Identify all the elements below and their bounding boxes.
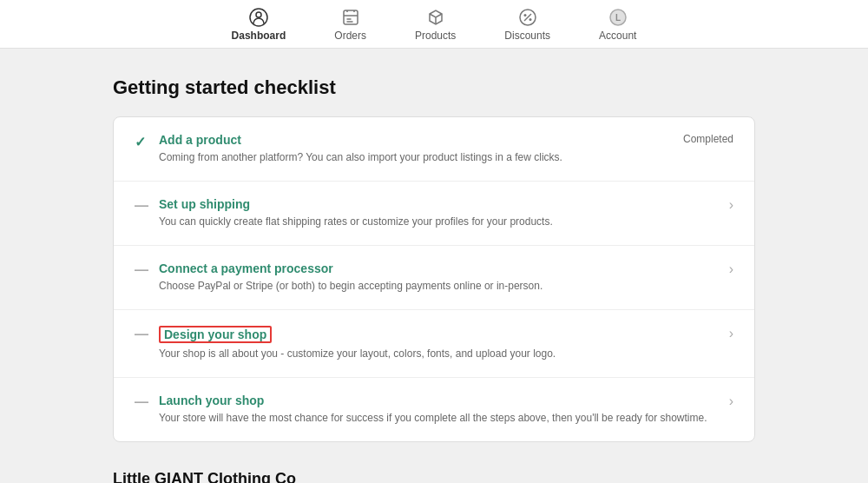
nav-label-account: Account [599,30,636,42]
checklist-item-launch[interactable]: — Launch your shop Your store will have … [114,378,754,441]
section-title: Getting started checklist [113,76,755,99]
item-title-shipping: Set up shipping [159,197,712,211]
item-desc-shipping: You can quickly create flat shipping rat… [159,214,712,229]
item-right-design: › [726,326,733,341]
nav-label-discounts: Discounts [504,30,550,42]
item-right-payment: › [726,261,733,277]
nav-label-products: Products [415,30,456,42]
dash-icon: — [135,394,148,410]
nav-label-orders: Orders [334,30,366,42]
orders-icon [340,7,361,28]
item-title-add-product: Add a product [159,133,669,147]
item-desc-launch: Your store will have the most chance for… [159,410,712,426]
item-content-launch: Launch your shop Your store will have th… [159,394,712,426]
item-content-shipping: Set up shipping You can quickly create f… [159,197,712,229]
checklist-item-add-product[interactable]: ✓ Add a product Coming from another plat… [114,117,754,182]
item-desc-add-product: Coming from another platform? You can al… [159,149,669,165]
dash-icon: — [135,327,148,342]
svg-point-5 [523,14,526,17]
item-content-add-product: Add a product Coming from another platfo… [159,133,669,165]
nav-item-dashboard[interactable]: Dashboard [225,3,293,45]
svg-point-1 [256,12,261,17]
checklist-item-payment[interactable]: — Connect a payment processor Choose Pay… [114,246,754,310]
chevron-right-icon: › [729,326,733,341]
item-title-payment: Connect a payment processor [159,261,712,275]
nav-item-orders[interactable]: Orders [327,3,373,45]
dash-icon: — [135,262,148,278]
item-right-shipping: › [726,197,733,213]
nav-item-account[interactable]: L Account [592,3,643,45]
item-desc-payment: Choose PayPal or Stripe (or both) to beg… [159,278,712,294]
item-title-design-text: Design your shop [159,326,272,343]
nav-item-products[interactable]: Products [408,3,463,45]
nav-item-discounts[interactable]: Discounts [497,3,557,45]
check-status-add-product: ✓ [135,134,159,150]
nav-label-dashboard: Dashboard [232,30,286,42]
dashboard-icon [248,7,269,28]
chevron-right-icon: › [729,261,733,277]
item-right-add-product: Completed [683,133,733,145]
check-status-design: — [135,327,159,342]
top-nav: Dashboard Orders Products [0,0,868,49]
svg-point-6 [529,18,531,21]
chevron-right-icon: › [729,394,733,409]
dash-icon: — [135,198,148,214]
checklist-card: ✓ Add a product Coming from another plat… [113,116,755,442]
item-desc-design: Your shop is all about you - customize y… [159,346,712,361]
item-right-launch: › [726,394,733,409]
main-content: Getting started checklist ✓ Add a produc… [95,49,773,483]
item-content-payment: Connect a payment processor Choose PayPa… [159,261,712,294]
completed-label: Completed [683,133,733,145]
discounts-icon [517,7,538,28]
checklist-item-design[interactable]: — Design your shop Your shop is all abou… [114,310,754,378]
products-icon [425,7,446,28]
check-status-payment: — [135,262,159,278]
chevron-right-icon: › [729,197,733,213]
checkmark-icon: ✓ [135,134,146,150]
item-title-design: Design your shop [159,326,712,343]
svg-text:L: L [615,13,621,23]
item-content-design: Design your shop Your shop is all about … [159,326,712,361]
checklist-item-shipping[interactable]: — Set up shipping You can quickly create… [114,182,754,246]
item-title-launch: Launch your shop [159,394,712,407]
account-icon: L [608,7,628,28]
check-status-launch: — [135,394,159,410]
check-status-shipping: — [135,198,159,214]
footer-title: Little GIANT Clothing Co [113,470,755,483]
